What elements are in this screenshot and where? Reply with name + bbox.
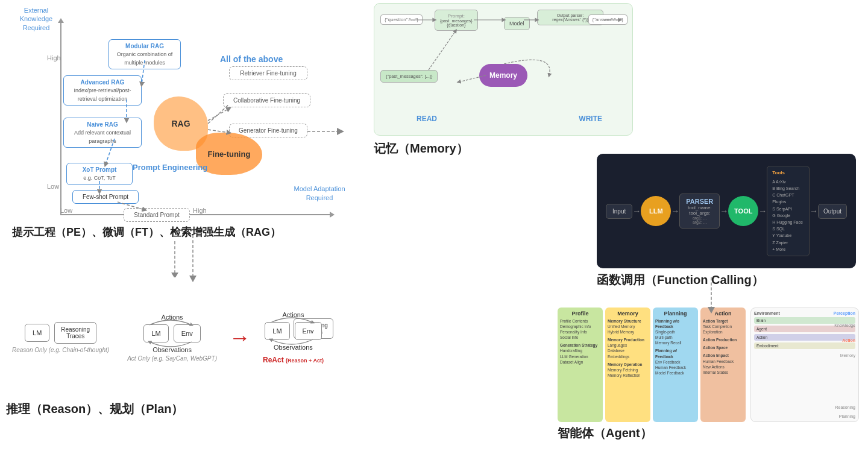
reason-caption: 推理（Reason）、规划（Plan） [6,401,416,417]
y-axis [60,21,61,214]
function-calling-section: Input → LLM → PARSER tool_name: tool_arg… [597,154,856,286]
fc-arrow1: → [632,206,641,216]
axis-low-x: Low [60,207,72,214]
fc-arrow3: → [720,206,728,216]
fc-input-group: Input [606,204,632,219]
action-card: Action Action Target Task Completion Exp… [700,308,746,422]
planning-card: Planning Planning w/o Feedback Single-pa… [653,308,698,422]
env-box-2: Env [295,322,322,340]
agent-caption: 智能体（Agent） [558,425,859,441]
actions-label-1: Actions [162,314,183,321]
memory-card: Memory Memory Structure Unified Memory H… [605,308,650,422]
memory-diagram: {"question":"..."} Prompt: {past_message… [374,3,633,136]
svg-line-14 [429,31,456,70]
all-above-label: All of the above [220,54,283,64]
fc-arrow2: → [671,206,679,216]
main-container: External Knowledge Required Model Adapta… [0,0,868,451]
lm-box-3: LM [265,322,289,340]
fc-output-box: Output [818,204,847,219]
rag-section: External Knowledge Required Model Adapta… [6,3,356,238]
model-box: Model [504,17,530,30]
svg-marker-15 [171,273,178,277]
lm-env-row-2: LM Env [265,322,321,340]
axis-high-x: High [193,207,207,214]
agent-cards-group: Profile Profile Contents Demographic Inf… [558,308,746,422]
fc-tool-circle: TOOL [728,196,758,226]
naive-rag-node: Naive RAG Add relevant contextual paragr… [63,118,142,148]
rag-chart: External Knowledge Required Model Adapta… [6,3,356,220]
memory-section: {"question":"..."} Prompt: {past_message… [374,3,633,166]
function-calling-diagram: Input → LLM → PARSER tool_name: tool_arg… [597,154,856,268]
advanced-rag-node: Advanced RAG Index/pre-retrieval/post-re… [63,75,142,106]
lm-traces-row: LM ReasoningTraces [25,322,96,344]
fc-parser-box: PARSER tool_name: tool_args: arg1: ... a… [679,194,720,229]
svg-line-5 [208,109,229,121]
fc-llm-group: LLM [641,196,671,226]
lm-box-1: LM [25,324,49,342]
env-box-1: Env [174,324,201,342]
fc-arrow4: → [758,206,767,216]
x-axis-label: Model Adaptation Required [289,184,350,202]
lm-env-row-1: LM Env [143,324,200,342]
past-messages-box: {"past_messages": [...]} [380,70,438,83]
actions-label-2: Actions [282,311,304,318]
fewshot-node: Few-shot Prompt [72,190,139,204]
act-only-label: Act Only (e.g. SayCan, WebGPT) [127,355,217,362]
obs-label-1: Observations [153,346,192,353]
agent-section: Profile Profile Contents Demographic Inf… [558,308,859,440]
main-down-arrow [175,235,211,283]
retriever-node: Retriever Fine-tuning [229,66,307,80]
prompt-engineering-label: Prompt Engineering [133,163,207,172]
axis-low-y: Low [47,183,59,190]
axis-high-y: High [47,54,61,62]
write-label: WRITE [579,115,602,123]
agent-env-diagram: Environment Brain Agent Action Embodimen… [750,308,859,422]
reason-section: LM ReasoningTraces Reason Only (e.g. Cha… [6,277,416,440]
lm-box-2: LM [143,324,168,342]
modular-rag-node: Modular RAG Organic combination of multi… [108,39,181,69]
profile-card: Profile Profile Contents Demographic Inf… [558,308,603,422]
react-labels: ReAct (Reason + Act) [263,356,324,364]
collaborative-node: Collaborative Fine-tuning [223,93,310,107]
big-red-arrow: → [229,325,251,350]
obs-label-2: Observations [274,344,313,351]
fc-parser-group: PARSER tool_name: tool_args: arg1: ... a… [679,194,720,229]
read-label: READ [417,115,437,123]
reasoning-traces-1: ReasoningTraces [54,322,96,344]
fc-llm-circle: LLM [641,196,671,226]
question-box: {"question":"..."} [380,14,423,25]
fc-input-box: Input [606,204,632,219]
fc-tool-group: TOOL [728,196,758,226]
big-arrow-group: → [229,325,251,350]
react-diagram: LM ReasoningTraces Reason Only (e.g. Cha… [6,277,416,398]
fc-arrow5: → [810,206,818,216]
xot-node: XoT Prompt e.g. CoT, ToT [66,163,133,185]
memory-caption: 记忆（Memory） [374,140,633,157]
react-label: ReAct (Reason + Act) [263,356,324,364]
answer-box: {"answer":"..."} [588,14,627,25]
lm-traces-group: LM [265,322,289,340]
standard-node: Standard Prompt [124,208,190,222]
function-calling-caption: 函数调用（Function Calling） [597,272,856,288]
fc-tools-list: Tools A ArXiv B Bing Search C ChatGPT Pl… [767,166,810,256]
agent-diagram: Profile Profile Contents Demographic Inf… [558,308,859,422]
reason-only-group: LM ReasoningTraces Reason Only (e.g. Cha… [12,322,109,353]
pe-caption: 提示工程（PE）、微调（FT）、检索增强生成（RAG） [12,225,281,239]
x-axis-arrow [330,212,335,218]
reason-only-label: Reason Only (e.g. Chain-of-thought) [12,347,109,353]
prompt-box: Prompt: {past_messages} {question} [435,10,478,31]
x-axis [60,214,332,215]
memory-circle: Memory [479,64,527,87]
down-arrow-svg [151,241,199,277]
act-only-group: Actions LM Env [127,314,217,362]
y-axis-label: External Knowledge Required [12,6,60,32]
